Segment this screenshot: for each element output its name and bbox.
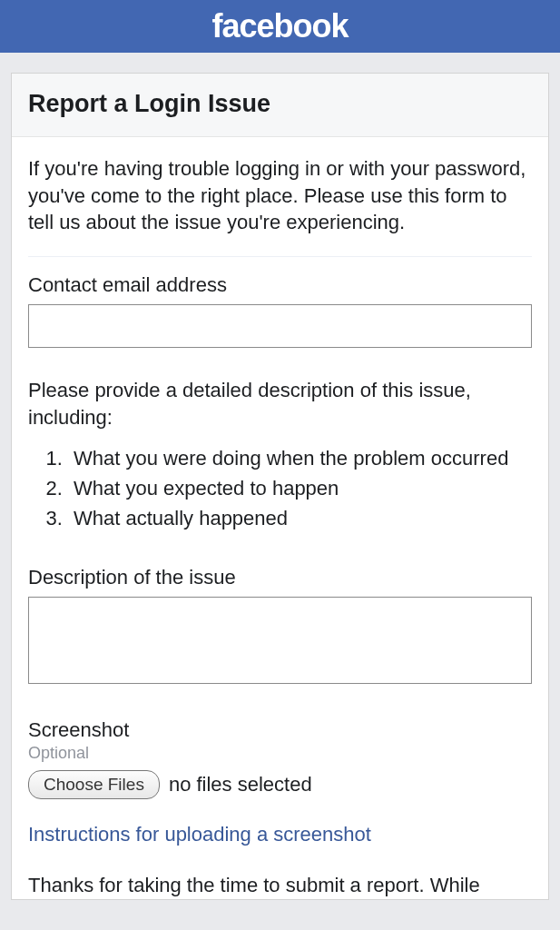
instructions-link[interactable]: Instructions for uploading a screenshot (28, 823, 532, 846)
choose-files-button[interactable]: Choose Files (28, 770, 160, 799)
intro-text: If you're having trouble logging in or w… (28, 155, 532, 257)
page-title: Report a Login Issue (28, 90, 532, 118)
description-field[interactable] (28, 597, 532, 684)
optional-label: Optional (28, 744, 532, 763)
list-item: What actually happened (68, 503, 532, 533)
form-container: Report a Login Issue If you're having tr… (11, 73, 549, 900)
form-content: If you're having trouble logging in or w… (12, 137, 548, 899)
screenshot-label: Screenshot (28, 718, 532, 742)
description-list: What you were doing when the problem occ… (28, 443, 532, 533)
app-header: facebook (0, 0, 560, 53)
email-label: Contact email address (28, 273, 532, 297)
file-status-text: no files selected (169, 773, 312, 796)
description-label: Description of the issue (28, 566, 532, 589)
description-prompt: Please provide a detailed description of… (28, 377, 532, 430)
list-item: What you were doing when the problem occ… (68, 443, 532, 473)
thanks-text: Thanks for taking the time to submit a r… (28, 872, 532, 899)
title-section: Report a Login Issue (12, 74, 548, 137)
file-upload-row: Choose Files no files selected (28, 770, 532, 799)
email-field[interactable] (28, 304, 532, 348)
list-item: What you expected to happen (68, 473, 532, 503)
facebook-logo: facebook (211, 7, 348, 45)
